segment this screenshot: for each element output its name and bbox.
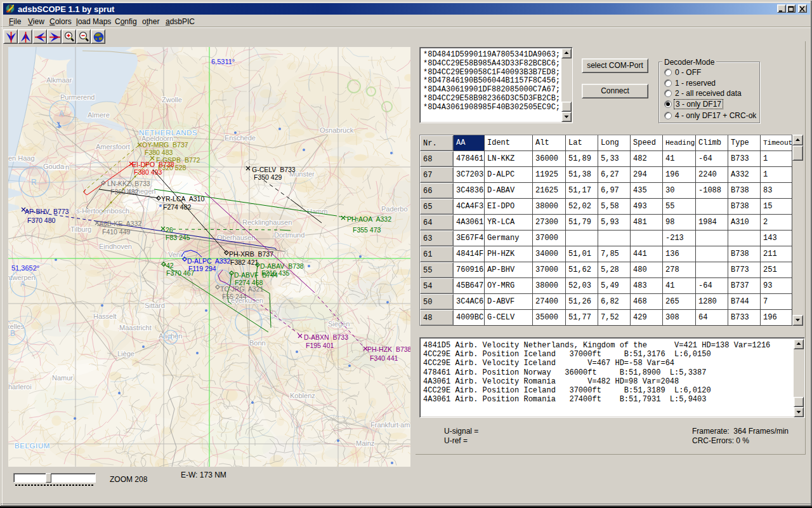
svg-text:Venlo: Venlo [168, 251, 186, 258]
svg-text:EI-DPO B738: EI-DPO B738 [132, 161, 174, 168]
svg-text:F370 467: F370 467 [166, 269, 195, 277]
svg-text:PH-AOA A332: PH-AOA A332 [347, 215, 391, 223]
svg-text:D-ABVF B744: D-ABVF B744 [234, 271, 278, 279]
svg-text:Eindhoven: Eindhoven [99, 243, 132, 250]
svg-text:F274 482: F274 482 [163, 203, 192, 211]
svg-text:Charleroi: Charleroi [8, 383, 32, 391]
svg-text:Tilburg: Tilburg [70, 225, 91, 233]
svg-text:F55 244: F55 244 [222, 293, 247, 300]
svg-text:F382 421: F382 421 [230, 258, 259, 266]
svg-text:F410 449: F410 449 [102, 228, 131, 236]
svg-text:F83 245: F83 245 [166, 234, 190, 241]
svg-text:Bonn: Bonn [249, 339, 266, 347]
svg-text:Siegen: Siegen [328, 320, 350, 328]
svg-text:PH-HZK B738: PH-HZK B738 [367, 345, 410, 353]
svg-text:Den Haag: Den Haag [8, 154, 35, 162]
svg-text:TC-JRG A321: TC-JRG A321 [220, 285, 263, 293]
svg-text:A: A [167, 333, 173, 342]
svg-text:Hasselt: Hasselt [93, 312, 117, 320]
svg-text:A: A [20, 279, 25, 288]
svg-text:Paderbo: Paderbo [381, 205, 408, 213]
svg-text:Osnabrück: Osnabrück [320, 126, 354, 134]
svg-text:D-ABXN B733: D-ABXN B733 [304, 333, 348, 341]
svg-text:F195 401: F195 401 [306, 342, 334, 349]
svg-text:Maastricht: Maastricht [119, 324, 152, 331]
svg-text:BELGIUM: BELGIUM [15, 442, 50, 450]
svg-text:A: A [59, 109, 64, 118]
svg-text:R: R [31, 178, 37, 187]
svg-text:D-ALPC A332: D-ALPC A332 [187, 257, 230, 265]
svg-text:OY-MRG B737: OY-MRG B737 [142, 141, 188, 149]
svg-text:AP-BHV B773: AP-BHV B773 [25, 208, 69, 215]
svg-text:Enschede: Enschede [225, 134, 256, 142]
svg-text:F380 483: F380 483 [145, 149, 173, 156]
svg-text:Frankfurt am: Frankfurt am [370, 421, 410, 429]
svg-text:s-Hertogenbosch: s-Hertogenbosch [76, 207, 129, 215]
svg-text:26: 26 [166, 226, 173, 234]
svg-text:Mainz: Mainz [356, 439, 374, 447]
svg-text:Koblenz: Koblenz [290, 392, 315, 399]
svg-text:Sittard: Sittard [145, 302, 165, 309]
svg-text:YR-LCA A310: YR-LCA A310 [161, 195, 204, 203]
svg-text:Purmerend: Purmerend [60, 93, 95, 101]
svg-text:F370 480: F370 480 [27, 217, 56, 224]
svg-text:Namur: Namur [52, 374, 73, 382]
svg-text:LN-KKZ B733: LN-KKZ B733 [107, 180, 150, 187]
svg-text:Liège: Liège [117, 350, 134, 358]
svg-text:A6B-KE A332: A6B-KE A332 [99, 220, 141, 227]
svg-text:F355 473: F355 473 [353, 226, 381, 234]
svg-text:Almere: Almere [88, 111, 110, 119]
svg-text:G-CELV B733: G-CELV B733 [252, 166, 296, 173]
svg-text:F350 429: F350 429 [254, 173, 282, 181]
svg-text:Recklinghausen: Recklinghausen [242, 218, 292, 226]
svg-text:NETHERLANDS: NETHERLANDS [139, 129, 197, 137]
svg-text:Alkmaar: Alkmaar [46, 76, 72, 84]
svg-text:51,3652°: 51,3652° [11, 264, 39, 272]
svg-text:Amersfoort: Amersfoort [96, 143, 130, 150]
svg-text:PH-XRB B737: PH-XRB B737 [229, 250, 273, 258]
svg-text:6,5311°: 6,5311° [211, 58, 235, 65]
svg-text:Gouda: Gouda [43, 163, 65, 170]
svg-text:F340 441: F340 441 [370, 354, 398, 362]
svg-text:Zwolle: Zwolle [162, 96, 182, 104]
svg-text:Dortmund: Dortmund [274, 231, 304, 239]
svg-text:B: B [10, 329, 15, 338]
